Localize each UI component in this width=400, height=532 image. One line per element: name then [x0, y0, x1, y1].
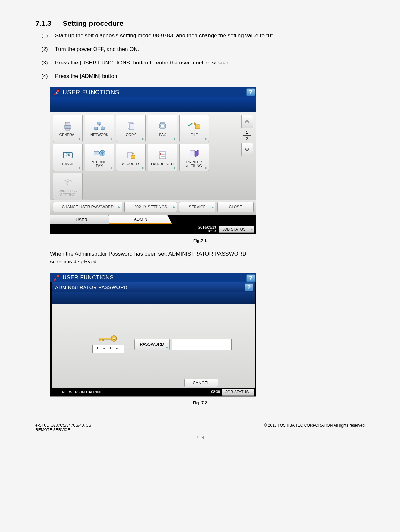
- security-icon: [126, 149, 136, 161]
- chevron-right-icon: ▸: [79, 136, 81, 141]
- tile-list-report[interactable]: LIST/REPORT ▸: [148, 144, 177, 171]
- tile-printer-efiling[interactable]: PRINTER /e-FILING ▸: [179, 144, 209, 171]
- page-current: 1: [243, 130, 251, 135]
- svg-rect-7: [101, 127, 104, 130]
- button-label: CHANGE USER PASSWORD: [62, 205, 113, 209]
- network-icon: [94, 120, 105, 132]
- svg-rect-16: [94, 151, 99, 155]
- password-mask: ＊＊＊＊: [92, 345, 124, 353]
- step-2: (2) Turn the power OFF, and then ON.: [41, 46, 365, 53]
- tab-user[interactable]: USER: [50, 215, 113, 224]
- chevron-right-icon: ▸: [118, 205, 120, 209]
- email-icon: @: [62, 149, 73, 161]
- chevron-right-icon: ▸: [111, 165, 113, 170]
- svg-rect-11: [161, 125, 165, 127]
- tab-admin[interactable]: ADMIN: [109, 215, 172, 224]
- blue-spacer: [52, 292, 255, 304]
- cancel-button[interactable]: CANCEL: [184, 379, 218, 387]
- svg-point-0: [57, 89, 59, 92]
- window-titlebar: USER FUNCTIONS ?: [50, 87, 256, 97]
- tile-fax[interactable]: FAX ▸: [148, 115, 177, 142]
- svg-rect-31: [100, 338, 111, 339]
- time-text: 18:23: [198, 229, 216, 233]
- tools-icon: [52, 89, 61, 96]
- help-button[interactable]: ?: [246, 274, 255, 282]
- divider-line: [58, 374, 249, 374]
- ifax-icon: [93, 147, 105, 159]
- bg-titlebar: USER FUNCTIONS ?: [50, 273, 256, 282]
- svg-point-30: [113, 338, 115, 340]
- step-3: (3) Press the [USER FUNCTIONS] button to…: [41, 60, 365, 66]
- tile-general[interactable]: GENERAL ▸: [53, 115, 83, 142]
- printer-icon: [63, 120, 73, 132]
- tile-email[interactable]: @ E-MAIL ▸: [53, 144, 83, 171]
- close-button[interactable]: CLOSE: [217, 202, 254, 212]
- svg-rect-2: [65, 122, 70, 125]
- tile-copy[interactable]: COPY ▸: [116, 115, 146, 142]
- chevron-right-icon: ▸: [251, 227, 253, 232]
- svg-rect-33: [102, 339, 104, 341]
- job-status-button[interactable]: JOB STATUS ▸: [219, 226, 254, 233]
- job-status-button[interactable]: JOB STATUS: [222, 389, 254, 396]
- password-button[interactable]: PASSWORD ▸: [134, 339, 170, 350]
- help-button[interactable]: ?: [246, 88, 255, 96]
- page-down-button[interactable]: [241, 143, 253, 156]
- tile-label: COPY: [126, 133, 136, 137]
- chevron-right-icon: ▸: [173, 205, 175, 209]
- svg-rect-6: [95, 127, 98, 130]
- step-1: (1) Start up the self-diagnosis setting …: [41, 33, 365, 39]
- step-text: Start up the self-diagnosis setting mode…: [55, 33, 275, 39]
- page-footer: e-STUDIO287CS/347CS/407CS REMOTE SERVICE…: [35, 423, 365, 432]
- copy-icon: [126, 120, 136, 132]
- password-input[interactable]: [172, 339, 232, 350]
- service-button[interactable]: SERVICE ▸: [179, 202, 215, 212]
- svg-rect-9: [129, 124, 134, 130]
- chevron-right-icon: ▸: [205, 136, 207, 141]
- tile-label: SECURITY: [122, 162, 140, 166]
- svg-rect-24: [160, 153, 161, 154]
- tile-internet-fax[interactable]: INTERNET FAX ▸: [85, 144, 114, 171]
- change-user-password-button[interactable]: CHANGE USER PASSWORD ▸: [53, 202, 122, 212]
- svg-text:@: @: [65, 152, 70, 158]
- button-label: SERVICE: [189, 205, 205, 209]
- figure-7-1-screenshot: USER FUNCTIONS ? GENERAL ▸ NETWORK ▸: [50, 87, 256, 234]
- chevron-right-icon: ▸: [212, 205, 214, 209]
- button-label: PASSWORD: [140, 342, 164, 347]
- step-number: (4): [41, 73, 54, 80]
- tools-icon: [52, 274, 61, 281]
- section-heading: 7.1.3 Setting procedure: [35, 19, 365, 28]
- 8021x-settings-button[interactable]: 802.1X SETTINGS ▸: [124, 202, 177, 212]
- divider-icon: [243, 135, 251, 136]
- tile-label: FAX: [159, 133, 166, 137]
- svg-rect-13: [195, 125, 200, 129]
- file-icon: [188, 120, 201, 132]
- page-indicator: 1 2: [243, 130, 251, 141]
- tile-network[interactable]: NETWORK ▸: [85, 115, 114, 142]
- button-label: JOB STATUS: [225, 390, 249, 394]
- svg-rect-25: [160, 154, 161, 155]
- step-text: Press the [USER FUNCTIONS] button to ent…: [55, 60, 230, 66]
- dialog-titlebar: ADMINISTRATOR PASSWORD ?: [52, 282, 255, 292]
- page-total: 2: [243, 136, 251, 141]
- tile-file[interactable]: FILE ▸: [179, 115, 209, 142]
- page-scroll-column: 1 2: [241, 115, 254, 200]
- svg-rect-26: [190, 150, 195, 156]
- tile-label: E-MAIL: [62, 162, 74, 166]
- tile-wireless: WIRELESS SETTING: [53, 173, 83, 200]
- page-number: 7 - 4: [35, 435, 365, 440]
- chevron-right-icon: ▸: [79, 165, 81, 170]
- page-up-button[interactable]: [241, 115, 253, 128]
- fax-icon: [157, 120, 168, 132]
- footer-left: e-STUDIO287CS/347CS/407CS REMOTE SERVICE: [35, 423, 91, 432]
- tile-security[interactable]: SECURITY ▸: [116, 144, 146, 171]
- tile-label: PRINTER /e-FILING: [186, 160, 202, 168]
- tab-bar: USER ADMIN: [50, 215, 256, 224]
- svg-rect-32: [100, 339, 101, 341]
- button-label: CLOSE: [229, 205, 242, 209]
- help-button[interactable]: ?: [245, 283, 253, 291]
- bg-title: USER FUNCTIONS: [63, 274, 114, 281]
- step-text: Press the [ADMIN] button.: [55, 73, 119, 79]
- wireless-icon: [62, 176, 73, 188]
- button-label: 802.1X SETTINGS: [135, 205, 167, 209]
- footer-copyright: © 2013 TOSHIBA TEC CORPORATION All right…: [264, 423, 365, 432]
